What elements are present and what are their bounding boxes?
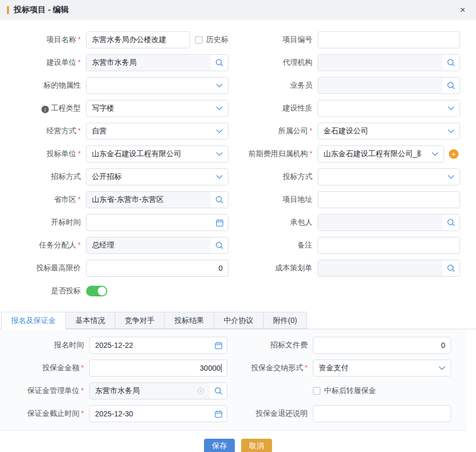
tab-bid-result[interactable]: 投标结果: [164, 312, 214, 329]
tender-method-select[interactable]: 公开招标: [86, 168, 228, 185]
cost-plan-label: 成本策划单: [275, 263, 312, 272]
deposit-mgmt-unit-field[interactable]: 东营市水务局: [89, 382, 227, 399]
search-icon[interactable]: [211, 192, 228, 208]
search-icon[interactable]: [443, 55, 460, 71]
deposit-deadline-label: 保证金截止时间: [28, 409, 80, 417]
project-address-input[interactable]: [318, 191, 460, 208]
deposit-mgmt-unit-label: 保证金管理单位: [28, 386, 80, 395]
deposit-pay-form-select[interactable]: 资金支付: [313, 360, 451, 377]
bid-method-label: 投标方式: [283, 172, 312, 181]
tab-competitors[interactable]: 竞争对手: [115, 312, 165, 329]
agency-field[interactable]: [318, 54, 460, 71]
required-mark: *: [78, 58, 81, 66]
business-mode-select[interactable]: 自营: [86, 123, 228, 140]
field-row-business-mode: 经营方式* 自营: [0, 123, 238, 140]
project-type-select[interactable]: 写字楼: [86, 100, 228, 117]
required-mark: *: [78, 149, 81, 158]
deposit-deadline-datepicker[interactable]: 2025-12-30: [89, 405, 227, 422]
field-row-is-bidding: 是否投标: [0, 283, 238, 300]
signup-time-datepicker[interactable]: 2025-12-22: [89, 337, 227, 354]
salesman-label: 业务员: [290, 81, 312, 89]
panel-left-column: 报名时间 2025-12-22 投保金金额* 30000 保证金管理单位* 东营…: [0, 337, 233, 428]
cancel-button[interactable]: 取消: [241, 439, 272, 452]
search-icon[interactable]: [443, 78, 460, 93]
project-name-input[interactable]: [86, 31, 190, 48]
fee-org-select[interactable]: 山东金石建设工程有限公司_财务: [318, 146, 444, 163]
required-mark: *: [305, 363, 308, 372]
deposit-refund-note-input[interactable]: [313, 405, 451, 422]
contractor-field[interactable]: [318, 214, 460, 231]
tab-bar: 报名及保证金 基本情况 竞争对手 投标结果 中介协议 附件(0): [0, 312, 476, 329]
cost-plan-field[interactable]: [318, 260, 460, 277]
bidding-unit-select[interactable]: 山东金石建设工程有限公司: [86, 146, 228, 163]
project-type-value: 写字楼: [92, 104, 114, 113]
remark-input[interactable]: [318, 237, 460, 254]
calendar-icon[interactable]: [210, 406, 227, 422]
deposit-amount-input[interactable]: 30000: [89, 360, 227, 377]
company-select[interactable]: 金石建设公司: [318, 123, 460, 140]
signup-time-label: 报名时间: [54, 340, 84, 349]
business-mode-label: 经营方式: [47, 126, 76, 135]
field-row-bid-open-time: 开标时间: [0, 214, 238, 231]
project-name-label: 项目名称: [47, 35, 76, 44]
tab-attachments[interactable]: 附件(0): [263, 312, 307, 329]
field-row-company: 所属公司* 金石建设公司: [238, 123, 476, 140]
calendar-icon[interactable]: [210, 337, 227, 353]
add-fee-org-button[interactable]: +: [449, 149, 458, 159]
deposit-amount-label: 投保金金额: [42, 363, 80, 372]
tab-basic-info[interactable]: 基本情况: [65, 312, 115, 329]
bidding-unit-label: 投标单位: [47, 149, 76, 158]
bid-open-time-label: 开标时间: [51, 218, 81, 226]
search-icon[interactable]: [211, 237, 228, 253]
task-assignee-label: 任务分配人: [39, 241, 76, 249]
chevron-down-icon: [211, 78, 228, 93]
field-row-task-assignee: 任务分配人* 总经理: [0, 237, 238, 254]
salesman-field[interactable]: [318, 77, 460, 94]
close-icon[interactable]: ×: [460, 5, 465, 14]
field-row-construction-nature: 建设性质: [238, 100, 476, 117]
tender-doc-fee-input[interactable]: [313, 337, 451, 354]
save-button[interactable]: 保存: [204, 439, 235, 452]
field-row-deposit-deadline: 保证金截止时间* 2025-12-30: [0, 405, 233, 422]
is-bidding-label: 是否投标: [51, 286, 81, 295]
task-assignee-field[interactable]: 总经理: [86, 237, 228, 254]
form-right-column: 项目编号 代理机构 业务员 建设性质: [238, 31, 476, 305]
transfer-after-win-checkbox[interactable]: [313, 387, 320, 395]
region-field[interactable]: 山东省-东营市-东营区: [86, 191, 228, 208]
construction-unit-field[interactable]: 东营市水务局: [86, 54, 228, 71]
signup-time-value: 2025-12-22: [95, 341, 133, 349]
search-icon[interactable]: [443, 260, 460, 276]
max-bid-price-input[interactable]: [86, 260, 228, 277]
tab-signup-and-deposit[interactable]: 报名及保证金: [1, 312, 66, 329]
fee-org-value: 山东金石建设工程有限公司_财务: [324, 149, 421, 159]
is-bidding-toggle[interactable]: [86, 286, 107, 296]
field-row-project-type: i工程类型 写字楼: [0, 100, 238, 117]
project-no-input[interactable]: [318, 31, 460, 48]
subject-property-select[interactable]: [86, 77, 228, 94]
header-accent-bar: [7, 6, 9, 14]
field-row-tender-doc-fee: 招标文件费: [233, 337, 466, 354]
chevron-down-icon: [211, 169, 228, 185]
field-row-max-bid-price: 投标最高限价: [0, 260, 238, 277]
tender-doc-fee-label: 招标文件费: [270, 340, 308, 349]
search-icon[interactable]: [443, 215, 460, 231]
field-row-bid-method: 投标方式: [238, 168, 476, 185]
bid-open-time-datepicker[interactable]: [86, 214, 228, 231]
tab-agency-agreement[interactable]: 中介协议: [214, 312, 264, 329]
deposit-amount-value: 30000: [200, 364, 220, 372]
field-row-deposit-mgmt-unit: 保证金管理单位* 东营市水务局: [0, 382, 233, 399]
deposit-refund-note-label: 投保金退还说明: [256, 409, 308, 417]
required-mark: *: [81, 386, 84, 395]
form-left-column: 项目名称* 历史标 建设单位* 东营市水务局 标的物属性: [0, 31, 238, 305]
calendar-icon[interactable]: [211, 215, 228, 231]
clear-icon[interactable]: [197, 387, 205, 395]
field-row-region: 省市区* 山东省-东营市-东营区: [0, 191, 238, 208]
bid-method-select[interactable]: [318, 168, 460, 185]
chevron-down-icon: [434, 360, 450, 376]
subject-property-label: 标的物属性: [44, 81, 81, 89]
region-label: 省市区: [54, 195, 76, 203]
history-bid-checkbox[interactable]: [195, 36, 202, 44]
construction-nature-select[interactable]: [318, 100, 460, 117]
search-icon[interactable]: [211, 55, 228, 71]
search-icon[interactable]: [210, 383, 227, 399]
